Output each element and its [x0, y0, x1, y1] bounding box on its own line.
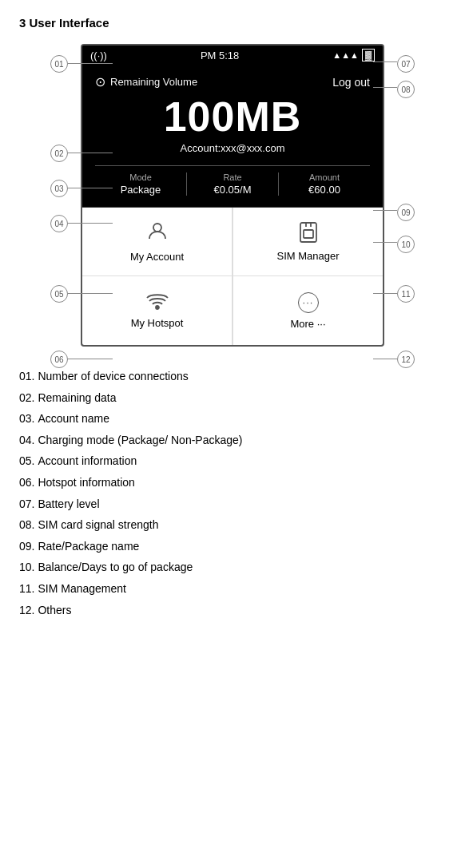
svg-rect-2 [304, 230, 313, 238]
desc-num-03: 03. [19, 408, 34, 430]
rate-value-amount: €60.00 [279, 184, 370, 196]
menu-grid: My Account SIM Manager [82, 208, 383, 345]
desc-num-08: 08. [19, 514, 34, 536]
descriptions-list: 01. Number of device connections 02. Rem… [19, 366, 446, 620]
annot-07: 07 [397, 55, 415, 73]
annot-08: 08 [397, 81, 415, 98]
desc-text-11: SIM Management [38, 578, 126, 600]
desc-06: 06. Hotspot information [19, 472, 446, 493]
desc-10: 10. Balance/Days to go of package [19, 557, 446, 578]
desc-text-01: Number of device connections [38, 366, 188, 387]
desc-text-03: Account name [38, 408, 109, 430]
menu-item-hotspot[interactable]: My Hotspot [82, 276, 232, 345]
desc-12: 12. Others [19, 600, 446, 621]
remaining-label: ⊙ Remaining Volume [95, 74, 197, 89]
desc-02: 02. Remaining data [19, 387, 446, 409]
desc-text-07: Battery level [38, 493, 99, 515]
battery-icon: ▓ [362, 49, 375, 61]
desc-num-02: 02. [19, 387, 34, 409]
sim-label: SIM Manager [276, 250, 339, 262]
remaining-icon: ⊙ [95, 74, 105, 89]
rate-col-amount: Amount €60.00 [279, 172, 370, 196]
rate-label-rate: Rate [187, 172, 278, 182]
account-icon [147, 220, 168, 246]
desc-text-10: Balance/Days to go of package [38, 557, 193, 578]
desc-07: 07. Battery level [19, 493, 446, 515]
account-name: Account:xxx@xxx.com [95, 142, 370, 154]
annot-03: 03 [50, 180, 68, 197]
desc-11: 11. SIM Management [19, 578, 446, 600]
log-out-btn[interactable]: Log out [332, 76, 370, 89]
desc-text-12: Others [38, 600, 71, 621]
desc-text-02: Remaining data [38, 387, 116, 409]
rate-row: Mode Package Rate €0.05/M Amount €60.00 [95, 165, 370, 196]
desc-text-04: Charging mode (Package/ Non-Package) [38, 430, 242, 451]
menu-item-more[interactable]: ··· More ··· [232, 276, 383, 345]
desc-num-06: 06. [19, 472, 34, 493]
desc-num-07: 07. [19, 493, 34, 515]
rate-col-mode: Mode Package [95, 172, 187, 196]
desc-num-05: 05. [19, 450, 34, 472]
sim-icon [300, 222, 317, 245]
rate-label-mode: Mode [95, 172, 186, 182]
desc-05: 05. Account information [19, 450, 446, 472]
annot-10: 10 [397, 236, 415, 253]
menu-item-sim[interactable]: SIM Manager [232, 208, 383, 276]
annot-02: 02 [50, 145, 68, 162]
hotspot-label: My Hotspot [131, 317, 184, 329]
desc-08: 08. SIM card signal strength [19, 514, 446, 536]
annot-04: 04 [50, 215, 68, 232]
remaining-row: ⊙ Remaining Volume Log out [95, 74, 370, 89]
rate-label-amount: Amount [279, 172, 370, 182]
diagram-container: 01 02 03 04 05 [19, 44, 446, 347]
annot-09: 09 [397, 204, 415, 221]
status-right: ▲▲▲ ▓ [332, 49, 375, 61]
desc-num-04: 04. [19, 430, 34, 451]
desc-04: 04. Charging mode (Package/ Non-Package) [19, 430, 446, 451]
status-bar: ((·)) PM 5:18 ▲▲▲ ▓ [82, 46, 383, 65]
desc-01: 01. Number of device connections [19, 366, 446, 387]
desc-09: 09. Rate/Package name [19, 536, 446, 557]
desc-num-10: 10. [19, 557, 34, 578]
diagram-wrapper: 01 02 03 04 05 [49, 44, 416, 347]
more-icon: ··· [298, 292, 319, 313]
annot-01: 01 [50, 55, 68, 73]
svg-point-5 [156, 306, 159, 309]
hotspot-icon [146, 292, 169, 312]
data-amount: 100MB [95, 96, 370, 137]
svg-point-0 [153, 224, 161, 232]
desc-03: 03. Account name [19, 408, 446, 430]
desc-num-09: 09. [19, 536, 34, 557]
rate-col-rate: Rate €0.05/M [187, 172, 279, 196]
main-info-area: ⊙ Remaining Volume Log out 100MB Account… [82, 65, 383, 208]
page-title: 3 User Interface [19, 16, 446, 30]
more-label: More ··· [290, 318, 325, 330]
signal-icon: ▲▲▲ [332, 50, 359, 60]
desc-text-05: Account information [38, 450, 137, 472]
annot-11: 11 [397, 285, 415, 303]
account-label: My Account [130, 251, 184, 263]
rate-value-mode: Package [95, 184, 186, 196]
phone-screen: ((·)) PM 5:18 ▲▲▲ ▓ ⊙ Remaining Volume L… [81, 44, 384, 347]
desc-num-12: 12. [19, 600, 34, 621]
status-left: ((·)) [90, 50, 107, 61]
remaining-text: Remaining Volume [110, 76, 197, 88]
annot-05: 05 [50, 285, 68, 303]
rate-value-rate: €0.05/M [187, 184, 278, 196]
desc-text-09: Rate/Package name [38, 536, 139, 557]
svg-rect-1 [300, 223, 316, 242]
status-time: PM 5:18 [201, 50, 239, 61]
desc-num-01: 01. [19, 366, 34, 387]
desc-text-08: SIM card signal strength [38, 514, 158, 536]
desc-num-11: 11. [19, 578, 34, 600]
desc-text-06: Hotspot information [38, 472, 134, 493]
menu-item-account[interactable]: My Account [82, 208, 232, 276]
connection-icon: ((·)) [90, 50, 107, 61]
